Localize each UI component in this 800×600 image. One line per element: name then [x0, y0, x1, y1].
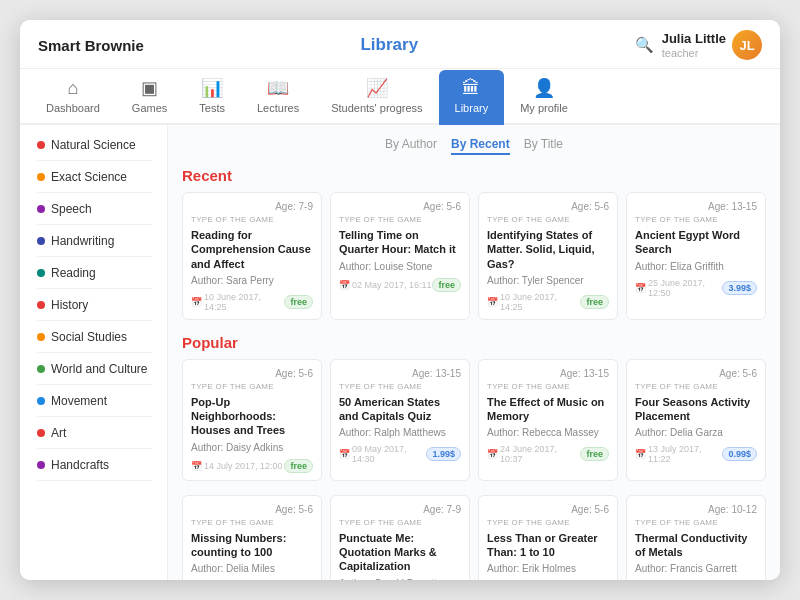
- card-author: Author: Delia Miles: [191, 563, 313, 574]
- card-recent-4[interactable]: Age: 13-15 TYPE OF THE GAME Ancient Egyp…: [626, 192, 766, 320]
- sidebar-item-reading[interactable]: Reading: [20, 257, 167, 289]
- sidebar-item-history[interactable]: History: [20, 289, 167, 321]
- sidebar-item-speech[interactable]: Speech: [20, 193, 167, 225]
- sidebar-item-art[interactable]: Art: [20, 417, 167, 449]
- card-badge: free: [432, 278, 461, 292]
- nav-dashboard[interactable]: ⌂ Dashboard: [30, 70, 116, 125]
- user-info: Julia Little teacher JL: [662, 30, 762, 60]
- card-date: 📅 25 June 2017, 12:50: [635, 278, 722, 298]
- card-age: Age: 5-6: [487, 201, 609, 212]
- card-age: Age: 10-12: [635, 504, 757, 515]
- card-popular-3[interactable]: Age: 13-15 TYPE OF THE GAME The Effect o…: [478, 359, 618, 481]
- card-age: Age: 5-6: [191, 504, 313, 515]
- sidebar-item-natural-science[interactable]: Natural Science: [20, 129, 167, 161]
- sidebar-item-exact-science[interactable]: Exact Science: [20, 161, 167, 193]
- nav-library-label: Library: [455, 102, 489, 114]
- card-badge: free: [580, 295, 609, 309]
- card-more-4[interactable]: Age: 10-12 TYPE OF THE GAME Thermal Cond…: [626, 495, 766, 580]
- card-badge: free: [284, 295, 313, 309]
- nav-tests-label: Tests: [199, 102, 225, 114]
- card-footer: 📅 10 June 2017, 14:25 free: [487, 292, 609, 312]
- card-footer: 📅 09 May 2017, 14:30 1.99$: [339, 444, 461, 464]
- card-recent-3[interactable]: Age: 5-6 TYPE OF THE GAME Identifying St…: [478, 192, 618, 320]
- nav-profile[interactable]: 👤 My profile: [504, 69, 584, 125]
- more-cards-grid: Age: 5-6 TYPE OF THE GAME Missing Number…: [182, 495, 766, 580]
- popular-section-title: Popular: [182, 334, 766, 351]
- card-type: TYPE OF THE GAME: [635, 518, 757, 527]
- card-author: Author: Eliza Griffith: [635, 261, 757, 272]
- sidebar-item-movement[interactable]: Movement: [20, 385, 167, 417]
- sidebar-item-handcrafts[interactable]: Handcrafts: [20, 449, 167, 481]
- card-age: Age: 5-6: [339, 201, 461, 212]
- dot-social-studies: [37, 333, 45, 341]
- card-badge: 0.99$: [722, 447, 757, 461]
- dot-reading: [37, 269, 45, 277]
- card-author: Author: Daisy Adkins: [191, 442, 313, 453]
- sidebar-item-handwriting[interactable]: Handwriting: [20, 225, 167, 257]
- filter-by-author[interactable]: By Author: [385, 135, 437, 155]
- filter-bar: By Author By Recent By Title: [182, 135, 766, 155]
- content-area: By Author By Recent By Title Recent Age:…: [168, 125, 780, 580]
- tests-icon: 📊: [201, 77, 223, 99]
- card-popular-4[interactable]: Age: 5-6 TYPE OF THE GAME Four Seasons A…: [626, 359, 766, 481]
- card-type: TYPE OF THE GAME: [339, 382, 461, 391]
- user-name: Julia Little: [662, 31, 726, 47]
- games-icon: ▣: [141, 77, 158, 99]
- recent-cards-grid: Age: 7-9 TYPE OF THE GAME Reading for Co…: [182, 192, 766, 320]
- sidebar-item-social-studies[interactable]: Social Studies: [20, 321, 167, 353]
- sidebar-item-world-culture[interactable]: World and Culture: [20, 353, 167, 385]
- card-age: Age: 13-15: [339, 368, 461, 379]
- card-title: Four Seasons Activity Placement: [635, 395, 757, 424]
- dashboard-icon: ⌂: [67, 78, 78, 99]
- filter-by-title[interactable]: By Title: [524, 135, 563, 155]
- nav-tests[interactable]: 📊 Tests: [183, 69, 241, 125]
- nav-students[interactable]: 📈 Students' progress: [315, 69, 438, 125]
- card-more-1[interactable]: Age: 5-6 TYPE OF THE GAME Missing Number…: [182, 495, 322, 580]
- card-author: Author: Erik Holmes: [487, 563, 609, 574]
- nav-games[interactable]: ▣ Games: [116, 69, 183, 125]
- card-badge: free: [284, 459, 313, 473]
- card-recent-2[interactable]: Age: 5-6 TYPE OF THE GAME Telling Time o…: [330, 192, 470, 320]
- card-type: TYPE OF THE GAME: [487, 215, 609, 224]
- dot-history: [37, 301, 45, 309]
- card-type: TYPE OF THE GAME: [339, 518, 461, 527]
- card-author: Author: Louise Stone: [339, 261, 461, 272]
- card-recent-1[interactable]: Age: 7-9 TYPE OF THE GAME Reading for Co…: [182, 192, 322, 320]
- card-type: TYPE OF THE GAME: [191, 215, 313, 224]
- filter-by-recent[interactable]: By Recent: [451, 135, 510, 155]
- nav-games-label: Games: [132, 102, 167, 114]
- dot-handwriting: [37, 237, 45, 245]
- search-icon[interactable]: 🔍: [635, 36, 654, 54]
- nav-lectures[interactable]: 📖 Lectures: [241, 69, 315, 125]
- main-layout: Natural Science Exact Science Speech Han…: [20, 125, 780, 580]
- header-right: 🔍 Julia Little teacher JL: [635, 30, 762, 60]
- card-type: TYPE OF THE GAME: [635, 382, 757, 391]
- page-title: Library: [144, 35, 635, 55]
- card-popular-1[interactable]: Age: 5-6 TYPE OF THE GAME Pop-Up Neighbo…: [182, 359, 322, 481]
- nav-lectures-label: Lectures: [257, 102, 299, 114]
- card-title: 50 American States and Capitals Quiz: [339, 395, 461, 424]
- navbar: ⌂ Dashboard ▣ Games 📊 Tests 📖 Lectures 📈…: [20, 69, 780, 125]
- card-title: Less Than or Greater Than: 1 to 10: [487, 531, 609, 560]
- card-type: TYPE OF THE GAME: [191, 518, 313, 527]
- header: Smart Brownie Library 🔍 Julia Little tea…: [20, 20, 780, 69]
- card-popular-2[interactable]: Age: 13-15 TYPE OF THE GAME 50 American …: [330, 359, 470, 481]
- card-author: Author: Delia Garza: [635, 427, 757, 438]
- recent-section-title: Recent: [182, 167, 766, 184]
- card-author: Author: Tyler Spencer: [487, 275, 609, 286]
- card-title: Missing Numbers: counting to 100: [191, 531, 313, 560]
- card-footer: 📅 25 June 2017, 12:50 3.99$: [635, 278, 757, 298]
- dot-exact-science: [37, 173, 45, 181]
- user-role: teacher: [662, 47, 726, 59]
- card-age: Age: 7-9: [339, 504, 461, 515]
- card-footer: 📅 13 July 2017, 11:22 0.99$: [635, 444, 757, 464]
- card-more-3[interactable]: Age: 5-6 TYPE OF THE GAME Less Than or G…: [478, 495, 618, 580]
- card-author: Author: Gerald Barrett: [339, 578, 461, 580]
- card-badge: 3.99$: [722, 281, 757, 295]
- card-footer: 📅 24 June 2017, 10:37 free: [487, 444, 609, 464]
- profile-icon: 👤: [533, 77, 555, 99]
- card-age: Age: 5-6: [635, 368, 757, 379]
- card-more-2[interactable]: Age: 7-9 TYPE OF THE GAME Punctuate Me: …: [330, 495, 470, 580]
- card-footer: 📅 10 June 2017, 14:25 free: [191, 292, 313, 312]
- nav-library[interactable]: 🏛 Library: [439, 70, 505, 125]
